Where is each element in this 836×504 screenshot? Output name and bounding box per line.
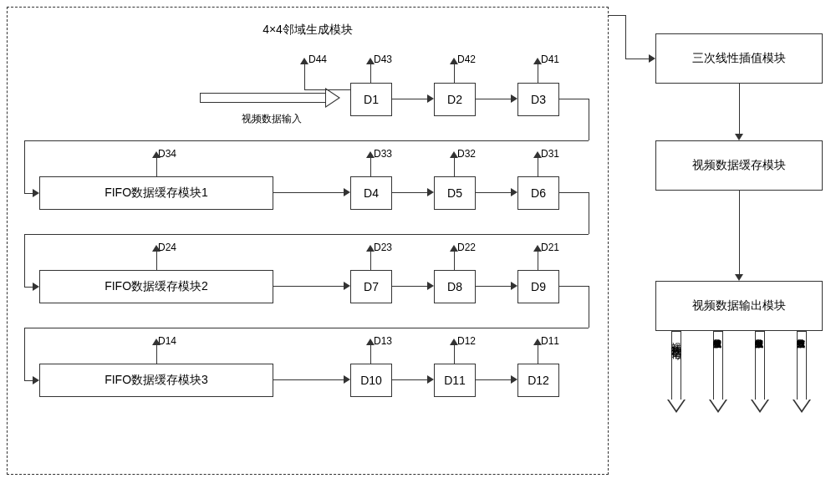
out-d12: D12 [457, 335, 476, 347]
out-d24: D24 [158, 242, 176, 253]
reg-d9: D9 [517, 270, 559, 303]
out-d14: D14 [158, 335, 176, 347]
reg-d3: D3 [517, 83, 559, 116]
reg-d2: D2 [434, 83, 476, 116]
interp-module: 三次线性插值模块 [655, 33, 823, 84]
out-d34: D34 [158, 148, 176, 160]
out-d32: D32 [457, 148, 476, 160]
reg-d5: D5 [434, 176, 476, 210]
reg-d1: D1 [350, 83, 392, 116]
out-d33: D33 [374, 148, 392, 160]
out-arrow-2 [709, 331, 727, 415]
fifo-2: FIFO数据缓存模块2 [39, 270, 273, 303]
reg-d12: D12 [517, 364, 559, 397]
out-label-1: 视频数据信号 [669, 334, 683, 344]
fifo-3: FIFO数据缓存模块3 [39, 364, 273, 397]
reg-d8: D8 [434, 270, 476, 303]
reg-d4: D4 [350, 176, 392, 210]
cache-module: 视频数据缓存模块 [655, 140, 823, 191]
reg-d6: D6 [517, 176, 559, 210]
out-d41: D41 [541, 53, 559, 65]
out-d22: D22 [457, 242, 476, 253]
reg-d7: D7 [350, 270, 392, 303]
reg-d10: D10 [350, 364, 392, 397]
main-title: 4×4邻域生成模块 [263, 23, 353, 38]
fifo-1: FIFO数据缓存模块1 [39, 176, 273, 210]
out-d21: D21 [541, 242, 559, 253]
out-d11: D11 [541, 335, 559, 347]
out-d42: D42 [457, 53, 476, 65]
neighborhood-module: 4×4邻域生成模块 D1 D2 D3 视频数据输入 D44 D43 D42 D4… [7, 7, 609, 475]
out-d43: D43 [374, 53, 392, 65]
out-d31: D31 [541, 148, 559, 160]
reg-d11: D11 [434, 364, 476, 397]
input-arrow [200, 88, 342, 108]
out-arrow-4 [793, 331, 811, 415]
out-d44: D44 [308, 53, 327, 65]
out-d23: D23 [374, 242, 392, 253]
out-d13: D13 [374, 335, 392, 347]
input-label: 视频数据输入 [242, 112, 302, 126]
output-module: 视频数据输出模块 [655, 281, 823, 331]
out-arrow-3 [751, 331, 769, 415]
